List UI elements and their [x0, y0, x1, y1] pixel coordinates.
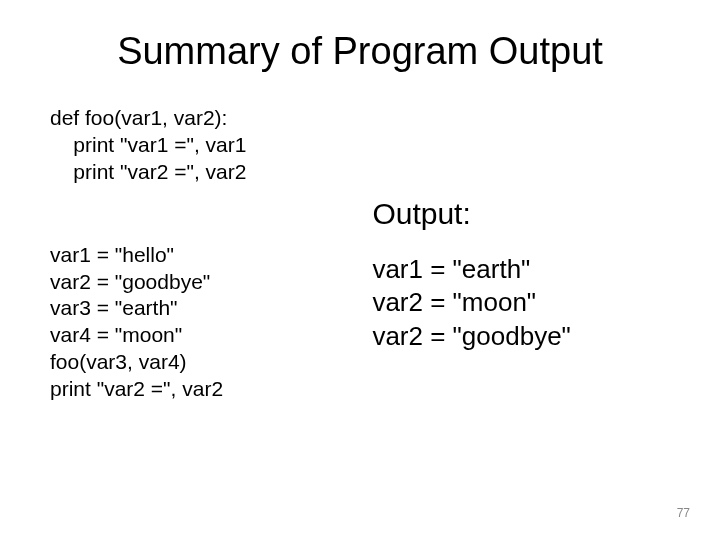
code-line: foo(var3, var4) [50, 349, 372, 376]
output-block: var1 = "earth" var2 = "moon" var2 = "goo… [372, 253, 670, 353]
code-line: def foo(var1, var2): [50, 105, 372, 132]
output-column: Output: var1 = "earth" var2 = "moon" var… [372, 105, 670, 403]
code-line: var1 = "hello" [50, 242, 372, 269]
output-heading: Output: [372, 197, 670, 231]
function-def-block: def foo(var1, var2): print "var1 =", var… [50, 105, 372, 186]
code-line: var4 = "moon" [50, 322, 372, 349]
output-line: var2 = "moon" [372, 286, 670, 319]
code-line: print "var1 =", var1 [50, 132, 372, 159]
page-title: Summary of Program Output [0, 30, 720, 73]
code-line: print "var2 =", var2 [50, 159, 372, 186]
content-columns: def foo(var1, var2): print "var1 =", var… [0, 105, 720, 403]
code-line: print "var2 =", var2 [50, 376, 372, 403]
main-code-block: var1 = "hello" var2 = "goodbye" var3 = "… [50, 242, 372, 403]
output-line: var2 = "goodbye" [372, 320, 670, 353]
page-number: 77 [677, 506, 690, 520]
output-line: var1 = "earth" [372, 253, 670, 286]
code-line: var2 = "goodbye" [50, 269, 372, 296]
code-column: def foo(var1, var2): print "var1 =", var… [50, 105, 372, 403]
code-line: var3 = "earth" [50, 295, 372, 322]
